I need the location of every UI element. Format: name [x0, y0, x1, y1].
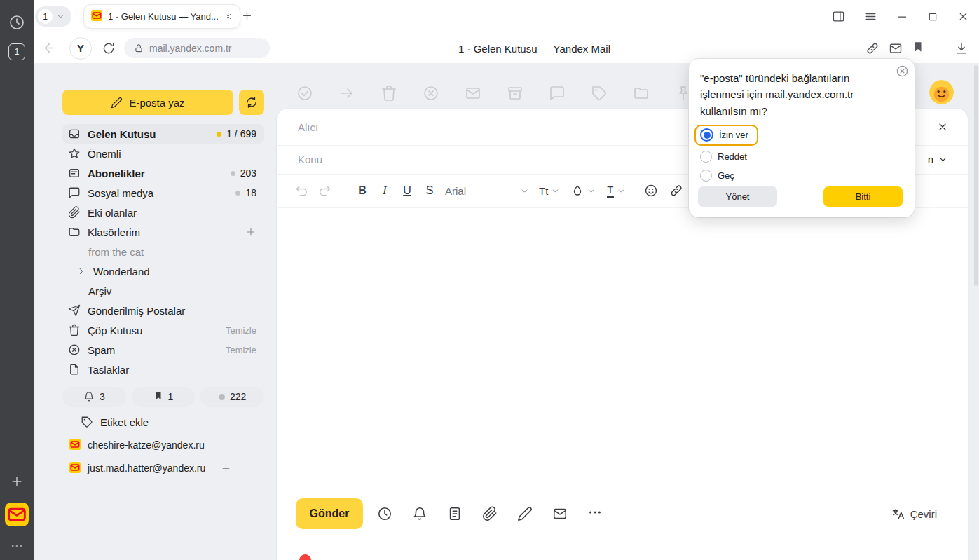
radio-allow[interactable]	[700, 128, 713, 142]
yandex-mail-icon	[69, 462, 81, 475]
feedback-icon	[549, 85, 566, 102]
sidebar-folder-drafts[interactable]: Taslaklar	[62, 360, 264, 379]
minimize-icon[interactable]	[896, 11, 908, 22]
reload-icon[interactable]	[102, 41, 116, 55]
dialog-close-icon[interactable]	[896, 64, 909, 78]
active-tab[interactable]: 1 · Gelen Kutusu — Yand...	[84, 5, 240, 28]
undo-icon[interactable]	[295, 184, 309, 198]
attach-icon[interactable]	[482, 506, 498, 521]
compose-footer: Gönder Çeviri	[277, 498, 968, 529]
reminders-pill[interactable]: 3	[62, 387, 126, 407]
option-allow[interactable]: İzin ver	[694, 125, 758, 146]
dot-icon	[219, 394, 225, 400]
rail-more-icon[interactable]	[0, 539, 34, 553]
tab-group-chip[interactable]: 1	[35, 6, 71, 27]
chevron-right-icon[interactable]	[76, 266, 86, 276]
back-icon[interactable]	[42, 41, 57, 55]
download-icon[interactable]	[954, 41, 968, 55]
account-list: cheshire-katze@yandex.ru just.mad.hatter…	[62, 436, 264, 477]
chevron-down-icon	[617, 186, 626, 196]
new-tab-button[interactable]	[241, 10, 253, 22]
schedule-send-icon[interactable]	[377, 506, 392, 521]
message-toolbar-disabled	[296, 85, 692, 102]
tab-close-icon[interactable]	[224, 12, 233, 21]
unread-pill[interactable]: 222	[200, 387, 264, 407]
bookmark-icon[interactable]	[912, 41, 924, 56]
trash-icon	[68, 324, 81, 336]
text-color-select[interactable]: T	[607, 184, 625, 198]
star-icon	[68, 147, 81, 160]
sidebar-folder-trash[interactable]: Çöp Kutusu Temizle	[62, 320, 264, 340]
strikethrough-button[interactable]: S	[418, 181, 441, 200]
url-field[interactable]: mail.yandex.com.tr	[124, 38, 270, 58]
add-account-icon[interactable]	[221, 463, 231, 474]
clear-spam-link[interactable]: Temizle	[226, 345, 256, 355]
add-label-button[interactable]: Etiket ekle	[62, 412, 264, 432]
tab-count-tile[interactable]: 1	[0, 43, 34, 60]
yandex-mail-logo[interactable]	[0, 503, 34, 526]
sidebar-folder-attachments[interactable]: Eki olanlar	[62, 203, 264, 222]
mail-shortcut-icon[interactable]	[889, 41, 903, 55]
postcard-icon[interactable]	[552, 506, 568, 521]
sidebar-folder-myfolders[interactable]: Klasörlerim	[62, 222, 264, 242]
folder-list: Gelen Kutusu 1 / 699 Önemli Abonelikler …	[62, 124, 264, 379]
history-icon[interactable]	[0, 14, 34, 31]
sidebar-folder-archive[interactable]: Arşiv	[62, 281, 264, 301]
quick-filter-pills: 3 1 222	[62, 387, 264, 407]
chevron-down-icon	[551, 186, 560, 196]
sidebar-folder-fromthecat[interactable]: from the cat	[62, 242, 264, 261]
sidebar-folder-subscriptions[interactable]: Abonelikler 203	[62, 163, 264, 183]
signature-icon[interactable]	[517, 506, 533, 521]
more-icon[interactable]	[587, 505, 603, 523]
italic-button[interactable]: I	[374, 181, 396, 200]
underline-button[interactable]: U	[396, 181, 418, 200]
yandex-logo-button[interactable]: Y	[69, 37, 92, 60]
archive-icon	[507, 85, 523, 102]
redo-icon[interactable]	[317, 184, 331, 198]
sidebar-folder-important[interactable]: Önemli	[62, 144, 264, 163]
done-button[interactable]: Bitti	[823, 186, 903, 207]
page-scrollbar[interactable]	[974, 65, 978, 286]
flagged-pill[interactable]: 1	[132, 387, 196, 407]
sidebar-folder-sent[interactable]: Gönderilmiş Postalar	[62, 301, 264, 320]
translate-button[interactable]: Çeviri	[891, 507, 937, 521]
radio-skip[interactable]	[700, 170, 712, 182]
copy-link-icon[interactable]	[865, 41, 879, 55]
font-family-select[interactable]: Arial	[445, 185, 529, 197]
rail-add-icon[interactable]	[0, 474, 34, 489]
highlight-color-select[interactable]	[571, 184, 596, 197]
close-icon[interactable]	[957, 11, 969, 22]
mark-unread-icon	[465, 85, 481, 102]
option-deny[interactable]: Reddet	[700, 147, 915, 166]
sidebar-folder-social[interactable]: Sosyal medya 18	[62, 183, 264, 203]
account-item[interactable]: just.mad.hatter@yandex.ru	[62, 459, 264, 477]
maximize-icon[interactable]	[927, 11, 938, 22]
font-size-select[interactable]: Tt	[539, 185, 560, 197]
sidebar-folder-spam[interactable]: Spam Temizle	[62, 340, 264, 360]
bold-button[interactable]: B	[351, 181, 374, 200]
menu-icon[interactable]	[864, 10, 877, 23]
bell-icon	[83, 391, 95, 402]
compose-close-icon[interactable]	[937, 121, 948, 132]
refresh-button[interactable]	[239, 90, 264, 115]
template-icon[interactable]	[447, 506, 463, 521]
option-skip[interactable]: Geç	[700, 166, 915, 185]
notify-icon[interactable]	[412, 506, 427, 521]
side-panel-icon[interactable]	[832, 10, 845, 23]
add-folder-icon[interactable]	[245, 226, 256, 238]
sidebar-folder-inbox[interactable]: Gelen Kutusu 1 / 699	[62, 124, 264, 144]
collapse-chevron-icon[interactable]	[938, 154, 948, 165]
send-button[interactable]: Gönder	[296, 498, 363, 529]
emoji-icon[interactable]	[644, 184, 658, 198]
sidebar-folder-wonderland[interactable]: Wonderland	[62, 261, 264, 281]
clear-trash-link[interactable]: Temizle	[226, 325, 256, 336]
insert-link-icon[interactable]	[669, 184, 683, 198]
manage-button[interactable]: Yönet	[698, 186, 777, 207]
drafts-icon	[68, 363, 81, 376]
profile-avatar[interactable]	[929, 80, 954, 104]
radio-deny[interactable]	[700, 151, 712, 163]
compose-button[interactable]: E-posta yaz	[62, 90, 233, 115]
account-item[interactable]: cheshire-katze@yandex.ru	[62, 436, 264, 454]
inbox-icon	[68, 128, 81, 140]
dialog-options: İzin ver Reddet Geç	[689, 119, 915, 185]
